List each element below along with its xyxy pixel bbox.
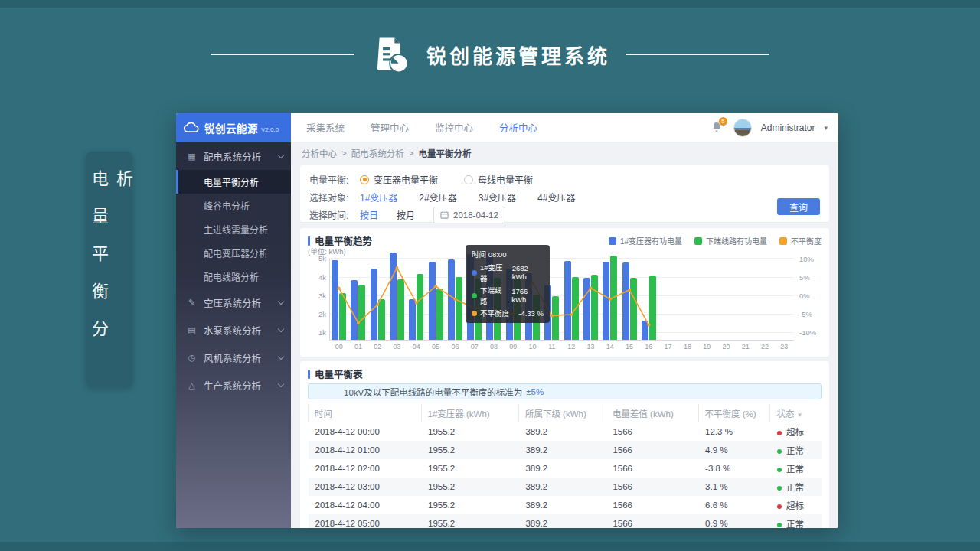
bar-lower-line (436, 289, 443, 340)
document-pen-icon (370, 34, 411, 75)
sidebar-group-风机系统分析[interactable]: ◷风机系统分析 (176, 344, 291, 371)
sidebar-group-配电系统分析[interactable]: ▦配电系统分析 (176, 142, 291, 170)
object-option-3#变压器[interactable]: 3#变压器 (479, 191, 516, 204)
x-axis-tick-label: 05 (432, 343, 439, 350)
main-content: 分析中心>配电系统分析>电量平衡分析 电量平衡: 变压器电量平衡母线电量平衡 选… (291, 142, 838, 528)
column-header-状态[interactable]: 状态▼ (770, 404, 822, 422)
column-header-时间: 时间 (309, 404, 422, 422)
table-row: 2018-4-12 01:001955.2389.215664.9 %正常 (309, 441, 822, 459)
cloud-icon (184, 122, 199, 133)
time-mode-按日[interactable]: 按日 (360, 208, 378, 221)
cell-status: 正常 (770, 441, 822, 459)
table-row: 2018-4-12 04:001955.2389.215666.6 %超标 (309, 496, 822, 514)
nav-item-分析中心[interactable]: 分析中心 (499, 120, 537, 135)
status-dot (777, 468, 782, 472)
bottom-edge-strip (0, 542, 980, 551)
tooltip-row: 1#变压器2682 kWh (472, 262, 544, 283)
app-window: 锐创云能源 V2.0.0 采集系统管理中心监控中心分析中心 5 Administ… (176, 113, 838, 528)
column-header-不平衡度 (%): 不平衡度 (%) (698, 404, 770, 422)
calendar-icon (440, 210, 449, 219)
status-badge: 正常 (786, 483, 804, 492)
chevron-down-icon (278, 353, 284, 359)
legend-item-不平衡度[interactable]: 不平衡度 (779, 235, 822, 246)
cell-status: 正常 (770, 514, 822, 528)
top-edge-strip (0, 0, 980, 8)
x-axis-line (329, 340, 794, 341)
query-button[interactable]: 查询 (777, 198, 820, 215)
object-filter-row: 选择对象: 1#变压器2#变压器3#变压器4#变压器 (309, 189, 820, 205)
time-mode-按月[interactable]: 按月 (397, 208, 415, 221)
cell-imbalance: -3.8 % (698, 459, 770, 478)
y-axis-tick-label: 2k (308, 310, 326, 318)
chart-tooltip: 时间 08:00 1#变压器2682 kWh下端线路1766 kWh不平衡度-4… (466, 245, 550, 323)
notification-bell[interactable]: 5 (710, 121, 724, 135)
bar-transformer (332, 260, 338, 340)
radio-option-母线电量平衡[interactable]: 母线电量平衡 (464, 173, 533, 186)
cell-transformer: 1955.2 (421, 459, 518, 478)
avatar[interactable] (733, 119, 752, 137)
legend-swatch (779, 237, 787, 245)
sidebar-group-生产系统分析[interactable]: △生产系统分析 (176, 371, 291, 399)
tooltip-series-value: 1766 kWh (511, 287, 544, 304)
table-head: 时间1#变压器 (kWh)所属下级 (kWh)电量差值 (kWh)不平衡度 (%… (309, 404, 822, 422)
user-area: 5 Administrator ▾ (710, 119, 838, 137)
cell-lower: 389.2 (518, 441, 606, 459)
table-body: 2018-4-12 00:001955.2389.2156612.3 %超标20… (309, 422, 822, 528)
object-option-2#变压器[interactable]: 2#变压器 (419, 191, 456, 204)
legend-item-1#变压器有功电量[interactable]: 1#变压器有功电量 (609, 235, 682, 246)
chevron-down-icon[interactable]: ▾ (824, 124, 828, 132)
date-value: 2018-04-12 (453, 210, 498, 220)
title-accent-bar (308, 370, 310, 379)
sidebar-item-配电变压器分析[interactable]: 配电变压器分析 (176, 241, 291, 265)
tooltip-row: 下端线路1766 kWh (472, 285, 544, 306)
breadcrumb-separator: > (409, 148, 414, 158)
y-axis-tick-label: 4k (308, 272, 326, 281)
app-logo[interactable]: 锐创云能源 V2.0.0 (176, 113, 291, 142)
nav-item-监控中心[interactable]: 监控中心 (435, 120, 473, 135)
status-dot (777, 486, 782, 491)
sidebar-item-峰谷电分析[interactable]: 峰谷电分析 (176, 194, 291, 217)
cell-time: 2018-4-12 04:00 (309, 496, 422, 514)
sidebar-item-主进线需量分析[interactable]: 主进线需量分析 (176, 217, 291, 241)
legend-item-下端线路有功电量[interactable]: 下端线路有功电量 (694, 235, 767, 246)
table-row: 2018-4-12 05:001955.2389.215660.9 %正常 (309, 514, 822, 528)
cell-transformer: 1955.2 (421, 496, 518, 514)
cell-time: 2018-4-12 02:00 (309, 459, 422, 478)
status-badge: 正常 (786, 465, 804, 474)
sidebar-group-空压系统分析[interactable]: ✎空压系统分析 (176, 289, 291, 316)
banner-highlight: ±5% (526, 387, 544, 396)
legend-swatch (694, 237, 702, 245)
cell-lower: 389.2 (518, 422, 606, 441)
x-axis-tick-label: 18 (684, 343, 691, 350)
date-input[interactable]: 2018-04-12 (433, 207, 505, 223)
cell-status: 超标 (770, 496, 822, 514)
nav-item-采集系统[interactable]: 采集系统 (306, 120, 345, 135)
nav-item-管理中心[interactable]: 管理中心 (371, 120, 409, 135)
sidebar: ▦配电系统分析电量平衡分析峰谷电分析主进线需量分析配电变压器分析配电线路分析✎空… (176, 142, 291, 528)
bar-transformer (642, 321, 648, 340)
cell-time: 2018-4-12 05:00 (309, 514, 422, 528)
bar-transformer (390, 253, 397, 340)
breadcrumb-item[interactable]: 配电系统分析 (351, 147, 404, 159)
object-option-4#变压器[interactable]: 4#变压器 (537, 191, 575, 204)
sidebar-group-label: 配电系统分析 (204, 149, 279, 164)
object-filter-label: 选择对象: (309, 191, 360, 204)
brand-name: 锐创云能源 (204, 120, 258, 135)
sidebar-item-电量平衡分析[interactable]: 电量平衡分析 (176, 170, 291, 194)
sidebar-item-配电线路分析[interactable]: 配电线路分析 (176, 265, 291, 289)
tooltip-row: 不平衡度-4.33 % (472, 308, 544, 318)
title-left-line (211, 54, 354, 55)
cell-imbalance: 3.1 % (698, 478, 770, 496)
table-row: 2018-4-12 00:001955.2389.2156612.3 %超标 (309, 422, 822, 441)
bar-transformer (583, 278, 590, 340)
bar-lower-line (572, 277, 579, 340)
breadcrumb-item[interactable]: 分析中心 (302, 147, 337, 159)
radio-option-变压器电量平衡[interactable]: 变压器电量平衡 (360, 173, 438, 186)
sidebar-group-水泵系统分析[interactable]: ▤水泵系统分析 (176, 316, 291, 344)
chart-title: 电量平衡趋势 (315, 233, 609, 248)
standard-banner: 10kV及以下配电线路的电量不平衡度的标准为 ±5% (308, 383, 822, 399)
x-axis-tick-label: 19 (703, 343, 710, 350)
object-option-1#变压器[interactable]: 1#变压器 (360, 191, 397, 204)
x-axis-tick-label: 15 (626, 343, 633, 350)
x-axis-tick-label: 17 (665, 343, 672, 350)
